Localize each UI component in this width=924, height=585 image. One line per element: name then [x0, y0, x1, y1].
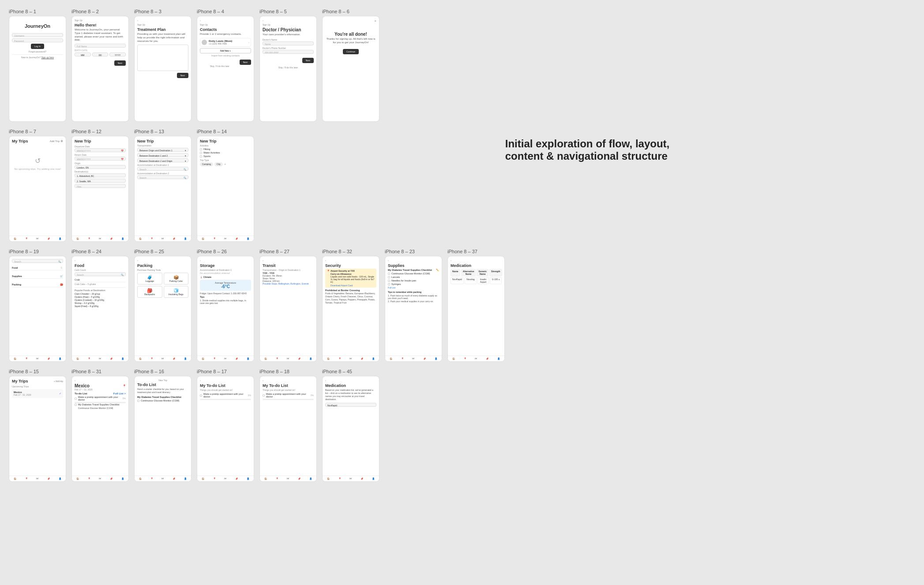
skip-link-5[interactable]: Skip, I'll do this later: [263, 66, 314, 69]
transport2-select[interactable]: Between Destination 1 and 2▾: [137, 153, 188, 157]
back-45[interactable]: ‹: [325, 379, 376, 382]
month-input[interactable]: MM: [75, 52, 91, 56]
packing-menu-item[interactable]: Packing 🎒: [12, 282, 63, 287]
dep-date-input[interactable]: MM/DD/YYYY📅: [75, 148, 126, 152]
back-32[interactable]: ‹: [325, 259, 376, 262]
backpack-item[interactable]: 🎒 Backpacks: [137, 286, 162, 298]
back-arrow-4[interactable]: ‹: [200, 19, 251, 22]
next-btn-1[interactable]: Next: [114, 60, 126, 66]
import-link[interactable]: Import from existing contacts: [200, 54, 251, 57]
close-btn-6[interactable]: ×: [325, 19, 376, 23]
syringes-check[interactable]: Syringes: [388, 283, 439, 285]
novrapid2-item[interactable]: NovRapid: [325, 403, 376, 407]
year-input[interactable]: YYYY: [109, 52, 126, 56]
lancets-check[interactable]: Lancets: [388, 276, 439, 278]
back-17[interactable]: ‹: [200, 379, 251, 382]
food-menu-item[interactable]: Food 🍴: [12, 266, 63, 270]
day-input[interactable]: DD: [92, 52, 109, 56]
back-18[interactable]: ‹: [263, 379, 314, 382]
treatment-textarea[interactable]: [137, 45, 188, 71]
transport3-select[interactable]: Between Destination 2 and Origin▾: [137, 158, 188, 162]
transport1-select[interactable]: Between Origin and Destination 1▾: [137, 148, 188, 152]
ret-date-input[interactable]: MM/DD/YYYY📅: [75, 157, 126, 161]
files-input[interactable]: Files: [75, 184, 126, 188]
birth-date-row: MM DD YYYY: [75, 52, 126, 58]
phone-wrapper-45: iPhone 8 – 45 ‹ Medication Based on your…: [322, 369, 379, 482]
full-list-supplies[interactable]: Full List: [388, 286, 439, 289]
transit-title: Transit: [263, 263, 314, 268]
phone-content-transit: ‹ Transit Transportation - Origin to Des…: [260, 256, 316, 361]
phone-wrapper-2: iPhone 8 – 2 Sign Up Hello there! Welcom…: [71, 9, 129, 122]
dest2-input[interactable]: 2. Seattle, WA: [75, 179, 126, 183]
accom2-input[interactable]: Search🔍: [137, 175, 188, 179]
diabetes-checklist-item[interactable]: My Diabetes Travel Supplies Checklist: [75, 403, 126, 406]
luggage-item[interactable]: 🧳 Luggage: [137, 273, 162, 285]
next-btn-5[interactable]: Next: [302, 58, 314, 63]
add-trip-label[interactable]: Add Trip: [50, 140, 60, 142]
phone-label-3: iPhone 8 – 3: [134, 9, 192, 14]
pretip-check[interactable]: Make a pretrip appointment with your doc…: [75, 396, 126, 401]
parking-cube-item[interactable]: 📦 Parking Cube: [164, 273, 189, 285]
medication2-title: Medication: [325, 383, 376, 388]
mexico-trip-card[interactable]: Mexico Feb 17 - 31, 2020 ✓: [12, 389, 63, 398]
origin-input[interactable]: London, ON: [75, 165, 126, 169]
phone-content-newtrip2: New Trip Transportation Between Origin a…: [135, 136, 191, 241]
phone-wrapper-12: iPhone 8 – 12 New Trip Departure Date MM…: [71, 129, 129, 242]
city-tag[interactable]: City: [214, 162, 223, 166]
back-37[interactable]: ‹: [451, 259, 502, 262]
dest1-input[interactable]: 1. Abbotsford, BC: [75, 173, 126, 177]
skip-link-4[interactable]: Skip, I'll do this later: [200, 65, 251, 68]
climate-label: 🌡️Climate: [200, 276, 251, 278]
supplies-menu-item[interactable]: Supplies 🛒: [12, 274, 63, 279]
phone-content-food-detail: ‹ Food Carb Count Search🔍 Crab Crab Cake…: [72, 256, 128, 361]
hiking-checkbox[interactable]: Hiking: [200, 148, 251, 150]
insulating-bags-item[interactable]: 🧊 Insulating Bags: [164, 286, 189, 298]
doctor-phone-input[interactable]: ###-###-####: [263, 50, 314, 54]
cgm-check-16[interactable]: Continuous Glucose Monitor (CGM): [137, 399, 188, 402]
sports-checkbox[interactable]: Sports: [200, 155, 251, 158]
forgot-link[interactable]: Forgot password?: [12, 50, 63, 53]
back-arrow-3[interactable]: ‹: [137, 19, 188, 22]
camping-tag[interactable]: Camping: [200, 162, 213, 166]
accom1-input[interactable]: Search🔍: [137, 167, 188, 171]
phone-content-checklist: New Trip To-do List Here's a starter che…: [135, 376, 191, 481]
next-btn-4[interactable]: Next: [240, 60, 251, 65]
add-new-btn[interactable]: Add New +: [200, 48, 251, 53]
bottom-nav-7: 🏠 📍 🗺 📌 👤: [9, 236, 66, 241]
username-input[interactable]: Username: [12, 33, 63, 37]
back-24[interactable]: ‹: [75, 259, 126, 262]
login-button[interactable]: Log In: [31, 44, 44, 49]
doctor-name-input[interactable]: Name: [263, 41, 314, 45]
food-search[interactable]: Search🔍: [12, 259, 63, 263]
phone-wrapper-4: iPhone 8 – 4 ‹ Sign Up Contacts Provide …: [197, 9, 254, 122]
back-23[interactable]: ‹: [388, 259, 439, 262]
pretip-check-18[interactable]: Make a pretrip appointment with your doc…: [263, 393, 314, 398]
add-trip-icon[interactable]: ⊕: [60, 139, 63, 143]
back-25[interactable]: ‹: [137, 259, 188, 262]
back-31[interactable]: ‹: [75, 379, 126, 382]
continue-btn[interactable]: Continue: [343, 49, 359, 54]
download-card-link[interactable]: Download Airport Card: [331, 284, 375, 287]
back-27[interactable]: ‹: [263, 259, 314, 262]
next-btn-3[interactable]: Next: [177, 73, 188, 78]
med-table-row: NovRapid Novolog Insulin Aspart U-100 u: [451, 277, 502, 284]
back-26[interactable]: ‹: [200, 259, 251, 262]
full-name-input[interactable]: Full Name: [75, 44, 126, 48]
add-tag[interactable]: +: [224, 162, 226, 166]
row-2: iPhone 8 – 7 My Trips Add Trip ⊕ ↺ No up…: [9, 129, 915, 242]
packing-title: Packing: [137, 263, 188, 268]
crab-item[interactable]: Crab: [75, 278, 126, 282]
row-1: iPhone 8 – 1 JourneyOn Username Password…: [9, 9, 915, 122]
needles-check[interactable]: Needles for Insulin pen: [388, 279, 439, 282]
bottom-nav-32: 🏠📍🗺📌👤: [323, 356, 379, 361]
med-table-header: Name Alternative Name Generic Name Stren…: [451, 269, 502, 276]
add-trip-2[interactable]: + Add trip: [54, 380, 63, 382]
password-input[interactable]: Password: [12, 38, 63, 42]
phone-label-32: iPhone 8 – 32: [322, 249, 379, 254]
food-search-2[interactable]: Search🔍: [75, 272, 126, 276]
phone-wrapper-6: iPhone 8 – 6 × You're all done! Thanks f…: [322, 9, 379, 122]
cgm-supply-check[interactable]: Continuous Glucose Monitor (CGM): [388, 272, 439, 275]
pretip-check-17[interactable]: Make a pretrip appointment with your doc…: [200, 393, 251, 398]
back-arrow-5[interactable]: ‹: [263, 19, 314, 22]
water-checkbox[interactable]: Water Activities: [200, 151, 251, 154]
